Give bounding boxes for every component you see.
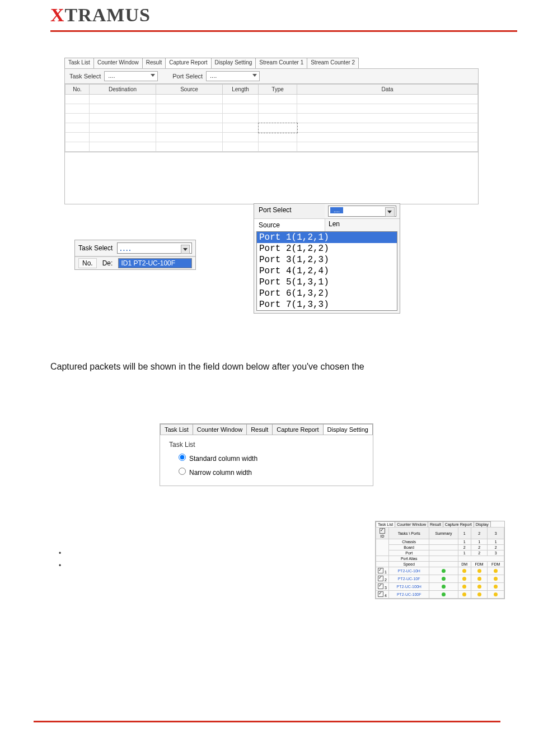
task-select-value: .... — [108, 72, 115, 79]
task-name[interactable]: PT2-UC-100F — [389, 591, 429, 599]
tab-counter-window-c[interactable]: Counter Window — [193, 424, 247, 435]
checkbox-icon[interactable] — [378, 591, 383, 597]
checkbox-icon[interactable] — [380, 528, 385, 534]
footer-rule — [34, 721, 500, 722]
status-dot-icon — [442, 577, 446, 581]
radio-narrow-input[interactable] — [179, 468, 186, 475]
mini-tab-counter[interactable]: Counter Window — [395, 521, 428, 527]
status-dot-icon — [477, 592, 481, 596]
status-dot-icon — [462, 577, 466, 581]
status-dot-icon — [477, 577, 481, 581]
task-select-open-field[interactable]: .... — [117, 242, 192, 254]
tab-stream-counter-2[interactable]: Stream Counter 2 — [307, 58, 359, 68]
port-option[interactable]: Port 7(1,3,3) — [257, 299, 397, 310]
bullet-2 — [59, 559, 68, 572]
port-select-dropdown[interactable]: .... — [206, 71, 260, 81]
logo-rest: TRAMUS — [65, 4, 151, 25]
port-select-value: .... — [210, 72, 217, 79]
row-alias: Port Alias — [389, 556, 429, 562]
status-dot-icon — [462, 592, 466, 596]
bullet-list — [59, 547, 68, 572]
tab-counter-window[interactable]: Counter Window — [93, 58, 143, 68]
status-dot-icon — [494, 577, 498, 581]
tabs-c: Task ListCounter WindowResultCapture Rep… — [160, 424, 373, 435]
port-select-open: Port Select .... Source Len Port 1(1,2,1… — [254, 203, 400, 314]
hdr-2: 2 — [471, 528, 488, 539]
checkbox-icon[interactable] — [378, 584, 383, 589]
status-dot-icon — [442, 592, 446, 596]
port-select-open-field[interactable]: .... — [328, 206, 396, 217]
capture-grid: No. Destination Source Length Type Data — [64, 84, 479, 152]
port-option[interactable]: Port 1(1,2,1) — [257, 232, 397, 243]
logo-x: X — [50, 4, 65, 25]
status-dot-icon — [462, 569, 466, 573]
tab-stream-counter-1[interactable]: Stream Counter 1 — [255, 58, 307, 68]
port-option[interactable]: Port 4(1,2,4) — [257, 265, 397, 277]
status-dot-icon — [442, 585, 446, 589]
mini-tab-result[interactable]: Result — [428, 521, 443, 527]
col-destination[interactable]: Destination — [90, 85, 156, 95]
bullet-1 — [59, 547, 68, 559]
de-prefix: De: — [102, 259, 113, 267]
col-data[interactable]: Data — [297, 85, 478, 95]
port-option[interactable]: Port 6(1,3,2) — [257, 288, 397, 299]
capture-report-panel: Task ListCounter WindowResultCapture Rep… — [64, 58, 479, 204]
hdr-1: 1 — [458, 528, 471, 539]
radio-narrow-label: Narrow column width — [189, 469, 252, 477]
status-dot-icon — [494, 592, 498, 596]
port-select-label: Port Select — [172, 73, 203, 80]
caption-text: Captured packets will be shown in the fi… — [50, 362, 364, 372]
port-option[interactable]: Port 5(1,3,1) — [257, 277, 397, 288]
display-setting-panel: Task ListCounter WindowResultCapture Rep… — [160, 423, 373, 486]
task-select-label: Task Select — [69, 73, 101, 80]
port-option[interactable]: Port 2(1,2,2) — [257, 243, 397, 254]
mini-task-list: Task ListCounter WindowResultCapture Rep… — [375, 521, 505, 599]
radio-standard[interactable]: Standard column width — [176, 452, 364, 463]
tab-task-list-c[interactable]: Task List — [160, 424, 193, 435]
col-no[interactable]: No. — [65, 85, 90, 95]
row-board: Board — [389, 545, 429, 550]
status-dot-icon — [477, 569, 481, 573]
hdr-id: ID — [381, 534, 385, 538]
col-type[interactable]: Type — [259, 85, 297, 95]
tab-capture-report-c[interactable]: Capture Report — [272, 424, 323, 435]
dropdown-examples: Task Select .... No. De: ID1 PT2-UC-100F… — [74, 203, 399, 284]
hdr-tasks: Tasks \ Ports — [389, 528, 429, 539]
status-dot-icon — [462, 585, 466, 589]
no-cell: No. — [78, 258, 97, 268]
chevron-down-icon — [151, 74, 155, 77]
port-option[interactable]: Port 3(1,2,3) — [257, 254, 397, 265]
tab-result-c[interactable]: Result — [246, 424, 273, 435]
task-option[interactable]: ID1 PT2-UC-100F — [119, 259, 191, 268]
mini-tab-display[interactable]: Display — [474, 521, 491, 527]
port-select-open-label: Port Select — [254, 204, 325, 218]
mini-tab-task-list[interactable]: Task List — [376, 521, 395, 527]
radio-narrow[interactable]: Narrow column width — [176, 466, 364, 477]
status-dot-icon — [494, 585, 498, 589]
tab-capture-report[interactable]: Capture Report — [165, 58, 211, 68]
checkbox-icon[interactable] — [378, 576, 383, 581]
port-option-list: Port 1(1,2,1) Port 2(1,2,2) Port 3(1,2,3… — [256, 231, 397, 311]
tab-result[interactable]: Result — [142, 58, 166, 68]
group-title: Task List — [169, 441, 364, 449]
col-length[interactable]: Length — [223, 85, 259, 95]
status-dot-icon — [494, 569, 498, 573]
task-name[interactable]: PT2-UC-10H — [389, 567, 429, 575]
tabs-row: Task ListCounter WindowResultCapture Rep… — [64, 58, 479, 68]
task-select-open-label: Task Select — [78, 244, 113, 252]
tab-display-setting[interactable]: Display Setting — [211, 58, 256, 68]
task-select-dropdown[interactable]: .... — [104, 71, 158, 81]
task-name[interactable]: PT2-UC-10F — [389, 575, 429, 583]
row-chassis: Chassis — [389, 539, 429, 545]
row-port: Port — [389, 550, 429, 556]
header-rule — [50, 30, 517, 32]
len-prefix: Len — [329, 220, 340, 228]
tab-display-setting-c[interactable]: Display Setting — [323, 424, 373, 435]
mini-tab-capture[interactable]: Capture Report — [443, 521, 474, 527]
checkbox-icon[interactable] — [378, 568, 383, 573]
col-source[interactable]: Source — [156, 85, 223, 95]
tab-task-list[interactable]: Task List — [64, 58, 94, 68]
task-name[interactable]: PT2-UC-100H — [389, 583, 429, 591]
hdr-summary: Summary — [429, 528, 458, 539]
radio-standard-input[interactable] — [179, 454, 186, 461]
